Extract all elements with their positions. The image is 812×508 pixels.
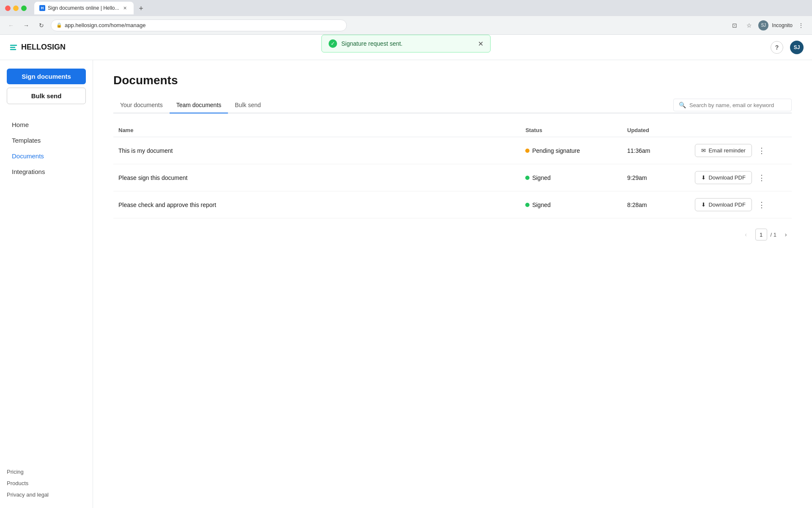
row-more-button-3[interactable]: ⋮	[755, 199, 768, 211]
column-header-updated: Updated	[622, 124, 690, 137]
download-icon-2: ⬇	[701, 202, 706, 208]
url-text: app.hellosign.com/home/manage	[65, 22, 146, 28]
hellosign-logo-icon	[8, 42, 19, 52]
sidebar-item-documents[interactable]: Documents	[7, 149, 86, 163]
header-right: ? SJ	[771, 41, 804, 54]
sidebar-item-home[interactable]: Home	[7, 118, 86, 132]
incognito-label: Incognito	[772, 22, 793, 28]
tab-bulk-send[interactable]: Bulk send	[228, 97, 267, 113]
search-area: 🔍	[673, 99, 792, 111]
app-header: HELLOSIGN ✓ Signature request sent. ✕ ? …	[0, 35, 812, 60]
column-header-action	[690, 124, 792, 137]
tab-favicon: H	[39, 5, 45, 11]
pagination-separator: / 1	[771, 232, 776, 238]
maximize-window-button[interactable]	[21, 6, 27, 11]
lock-icon: 🔒	[56, 22, 62, 28]
bulk-send-button[interactable]: Bulk send	[7, 88, 86, 104]
row-more-button-1[interactable]: ⋮	[755, 144, 768, 157]
table-header: Name Status Updated	[113, 124, 792, 137]
notification-message: Signature request sent.	[341, 40, 403, 47]
toolbar-actions: ⊡ ☆ SJ Incognito ⋮	[729, 19, 807, 31]
sidebar-footer: Pricing Products Privacy and legal	[7, 467, 86, 500]
column-header-name: Name	[113, 124, 520, 137]
bookmark-button[interactable]: ☆	[743, 19, 755, 31]
address-bar[interactable]: 🔒 app.hellosign.com/home/manage	[51, 19, 347, 31]
sidebar: Sign documents Bulk send Home Templates …	[0, 60, 93, 508]
reload-button[interactable]: ↻	[36, 19, 47, 31]
doc-action-2: ⬇ Download PDF ⋮	[690, 164, 792, 191]
close-window-button[interactable]	[5, 6, 11, 11]
browser-tabs: H Sign documents online | Hello... ✕ +	[34, 2, 147, 14]
status-label-2: Signed	[532, 174, 551, 181]
pagination-prev-button[interactable]: ‹	[740, 229, 752, 240]
cast-button[interactable]: ⊡	[729, 19, 741, 31]
doc-updated-2: 9:29am	[622, 164, 690, 191]
download-pdf-button-1[interactable]: ⬇ Download PDF	[695, 171, 752, 184]
user-avatar[interactable]: SJ	[790, 41, 804, 54]
sidebar-item-templates[interactable]: Templates	[7, 133, 86, 147]
page-title: Documents	[113, 74, 792, 87]
privacy-link[interactable]: Privacy and legal	[7, 490, 86, 500]
doc-updated-1: 11:36am	[622, 137, 690, 164]
doc-action-1: ✉ Email reminder ⋮	[690, 137, 792, 164]
documents-table: Name Status Updated This is my document	[113, 124, 792, 218]
status-dot-signed	[525, 176, 529, 180]
table-row: Please check and approve this report Sig…	[113, 191, 792, 218]
table-row: Please sign this document Signed 9:29am	[113, 164, 792, 191]
profile-button[interactable]: SJ	[757, 19, 769, 31]
status-label-3: Signed	[532, 202, 551, 208]
table-row: This is my document Pending signature 11…	[113, 137, 792, 164]
status-dot-pending	[525, 149, 529, 153]
search-icon: 🔍	[679, 102, 686, 108]
browser-toolbar: ← → ↻ 🔒 app.hellosign.com/home/manage ⊡ …	[0, 16, 812, 35]
tab-team-documents[interactable]: Team documents	[170, 97, 228, 113]
back-button[interactable]: ←	[5, 19, 17, 31]
doc-action-3: ⬇ Download PDF ⋮	[690, 191, 792, 218]
browser-menu-button[interactable]: ⋮	[795, 19, 807, 31]
doc-status-1: Pending signature	[520, 137, 622, 164]
sign-documents-button[interactable]: Sign documents	[7, 69, 86, 84]
doc-status-2: Signed	[520, 164, 622, 191]
doc-name-3: Please check and approve this report	[113, 191, 520, 218]
search-input[interactable]	[689, 102, 786, 108]
pagination: ‹ 1 / 1 ›	[113, 229, 792, 240]
pagination-current-page: 1	[755, 229, 767, 240]
download-icon: ⬇	[701, 174, 706, 181]
tabs-left: Your documents Team documents Bulk send	[113, 97, 268, 113]
status-dot-signed-2	[525, 203, 529, 207]
sidebar-item-integrations[interactable]: Integrations	[7, 165, 86, 179]
main-content: Documents Your documents Team documents …	[93, 60, 812, 508]
tabs-bar: Your documents Team documents Bulk send …	[113, 97, 792, 113]
notification-banner: ✓ Signature request sent. ✕	[321, 35, 491, 52]
tab-your-documents[interactable]: Your documents	[113, 97, 170, 113]
forward-button[interactable]: →	[20, 19, 32, 31]
doc-status-3: Signed	[520, 191, 622, 218]
tab-title: Sign documents online | Hello...	[48, 5, 119, 11]
pricing-link[interactable]: Pricing	[7, 467, 86, 477]
app-body: Sign documents Bulk send Home Templates …	[0, 60, 812, 508]
minimize-window-button[interactable]	[13, 6, 19, 11]
app-container: HELLOSIGN ✓ Signature request sent. ✕ ? …	[0, 35, 812, 508]
new-tab-button[interactable]: +	[135, 3, 147, 14]
browser-tab-active[interactable]: H Sign documents online | Hello... ✕	[34, 2, 134, 14]
sidebar-nav: Home Templates Documents Integrations	[7, 118, 86, 179]
doc-name-2: Please sign this document	[113, 164, 520, 191]
close-tab-button[interactable]: ✕	[122, 5, 129, 11]
column-header-status: Status	[520, 124, 622, 137]
doc-updated-3: 8:28am	[622, 191, 690, 218]
table-body: This is my document Pending signature 11…	[113, 137, 792, 218]
notification-close-button[interactable]: ✕	[478, 40, 483, 48]
pagination-next-button[interactable]: ›	[780, 229, 792, 240]
success-icon: ✓	[329, 39, 337, 48]
status-label-1: Pending signature	[532, 147, 580, 154]
browser-titlebar: H Sign documents online | Hello... ✕ +	[0, 0, 812, 16]
products-link[interactable]: Products	[7, 478, 86, 488]
download-pdf-button-2[interactable]: ⬇ Download PDF	[695, 198, 752, 211]
help-button[interactable]: ?	[771, 41, 783, 54]
traffic-lights	[5, 6, 27, 11]
row-more-button-2[interactable]: ⋮	[755, 171, 768, 184]
doc-name-1: This is my document	[113, 137, 520, 164]
hellosign-logo: HELLOSIGN	[8, 42, 66, 52]
browser-chrome: H Sign documents online | Hello... ✕ + ←…	[0, 0, 812, 35]
email-reminder-button[interactable]: ✉ Email reminder	[695, 144, 752, 157]
